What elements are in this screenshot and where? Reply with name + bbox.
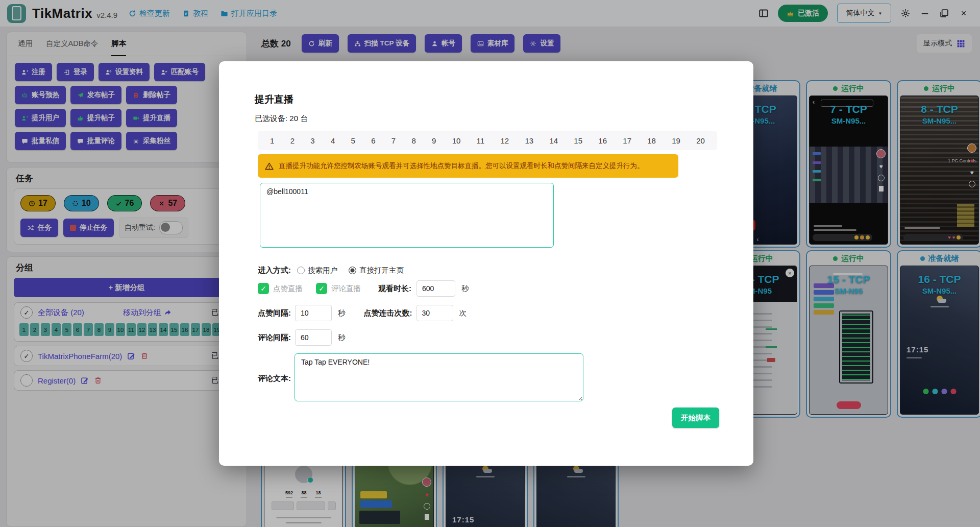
modal-device-number[interactable]: 18 bbox=[647, 136, 656, 145]
modal-device-number[interactable]: 10 bbox=[452, 136, 461, 145]
like-interval-input[interactable] bbox=[295, 305, 332, 321]
modal-title: 提升直播 bbox=[255, 93, 293, 106]
seconds-unit: 秒 bbox=[338, 308, 346, 318]
comment-interval-label: 评论间隔: bbox=[258, 333, 291, 343]
seconds-unit: 秒 bbox=[338, 333, 346, 343]
start-script-button[interactable]: 开始脚本 bbox=[672, 408, 719, 428]
comment-interval-row: 评论间隔: 秒 bbox=[258, 329, 346, 346]
radio-search-user[interactable]: 搜索用户 bbox=[297, 266, 337, 275]
device-number-bar: 1234567891011121314151617181920 bbox=[258, 131, 717, 150]
app-window: TikMatrix v2.4.9 检查更新教程打开应用目录 已激活 简体中文 ▼… bbox=[0, 0, 980, 527]
modal-device-number[interactable]: 9 bbox=[432, 136, 436, 145]
comment-live-checkbox[interactable]: ✓ bbox=[316, 283, 327, 294]
like-interval-label: 点赞间隔: bbox=[258, 308, 291, 318]
radio-off-icon bbox=[297, 267, 305, 274]
warning-text: 直播提升功能允许您控制农场账号观看并可选择性地点赞目标直播。您可以设置观看时长和… bbox=[279, 161, 644, 171]
times-unit: 次 bbox=[459, 308, 467, 318]
modal-device-number[interactable]: 14 bbox=[549, 136, 558, 145]
warning-icon bbox=[265, 162, 274, 171]
modal-device-number[interactable]: 20 bbox=[696, 136, 705, 145]
like-combo-input[interactable] bbox=[416, 305, 453, 321]
modal-device-number[interactable]: 4 bbox=[331, 136, 335, 145]
modal-device-number[interactable]: 12 bbox=[500, 136, 509, 145]
entry-mode-label: 进入方式: bbox=[258, 266, 291, 275]
modal-device-number[interactable]: 11 bbox=[477, 136, 485, 145]
like-interval-row: 点赞间隔: 秒 点赞连击次数: 次 bbox=[258, 304, 467, 322]
warning-banner: 直播提升功能允许您控制农场账号观看并可选择性地点赞目标直播。您可以设置观看时长和… bbox=[258, 154, 678, 178]
like-combo-label: 点赞连击次数: bbox=[364, 308, 412, 318]
target-user-textarea[interactable]: @bell100011 bbox=[260, 183, 554, 248]
modal-device-number[interactable]: 19 bbox=[672, 136, 680, 145]
live-options-row: ✓ 点赞直播 ✓ 评论直播 观看时长: 秒 bbox=[258, 280, 469, 297]
comment-text-label: 评论文本: bbox=[258, 374, 291, 384]
modal-device-number[interactable]: 1 bbox=[270, 136, 274, 145]
modal-device-number[interactable]: 13 bbox=[525, 136, 533, 145]
modal-device-number[interactable]: 7 bbox=[391, 136, 396, 145]
radio-search-user-label: 搜索用户 bbox=[308, 266, 337, 275]
seconds-unit: 秒 bbox=[461, 284, 469, 294]
like-live-checkbox[interactable]: ✓ bbox=[258, 283, 269, 294]
like-live-label: 点赞直播 bbox=[273, 284, 303, 294]
selected-devices-label: 已选设备: 20 台 bbox=[255, 114, 308, 124]
radio-on-icon bbox=[349, 267, 356, 274]
radio-open-homepage[interactable]: 直接打开主页 bbox=[349, 266, 404, 275]
modal-device-number[interactable]: 16 bbox=[598, 136, 607, 145]
modal-device-number[interactable]: 17 bbox=[623, 136, 631, 145]
modal-device-number[interactable]: 8 bbox=[411, 136, 415, 145]
boost-live-modal: 提升直播 已选设备: 20 台 123456789101112131415161… bbox=[219, 61, 753, 466]
modal-device-number[interactable]: 15 bbox=[574, 136, 582, 145]
modal-device-number[interactable]: 5 bbox=[351, 136, 355, 145]
modal-device-number[interactable]: 2 bbox=[290, 136, 295, 145]
entry-mode-row: 进入方式: 搜索用户 直接打开主页 bbox=[258, 261, 404, 279]
radio-open-homepage-label: 直接打开主页 bbox=[359, 266, 404, 275]
watch-duration-input[interactable] bbox=[416, 280, 455, 297]
comment-text-textarea[interactable]: Tap Tap EVERYONE! bbox=[295, 353, 583, 401]
comment-interval-input[interactable] bbox=[295, 329, 332, 346]
modal-device-number[interactable]: 3 bbox=[310, 136, 314, 145]
comment-live-label: 评论直播 bbox=[331, 284, 361, 294]
modal-device-number[interactable]: 6 bbox=[371, 136, 375, 145]
watch-duration-label: 观看时长: bbox=[378, 284, 411, 294]
